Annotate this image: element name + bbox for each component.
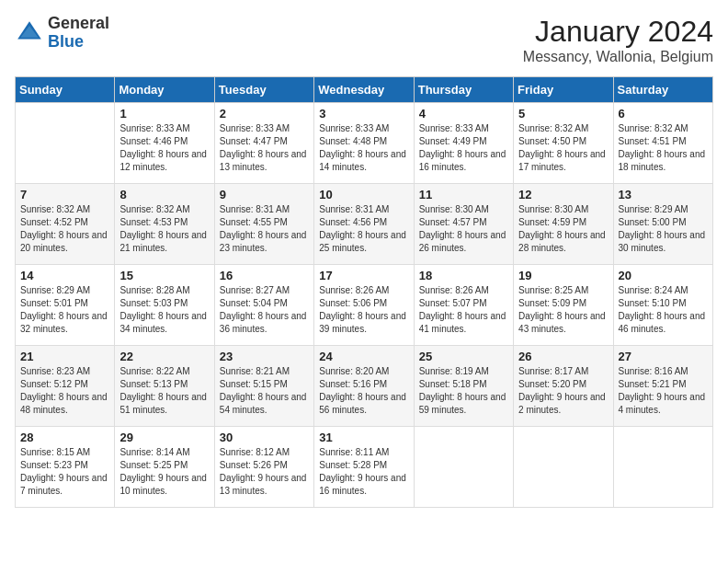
weekday-header-cell: Tuesday: [214, 77, 313, 103]
day-detail: Sunrise: 8:33 AMSunset: 4:49 PMDaylight:…: [419, 122, 508, 174]
calendar-cell: [16, 103, 115, 184]
day-detail: Sunrise: 8:29 AMSunset: 5:01 PMDaylight:…: [20, 284, 109, 336]
day-number: 2: [220, 107, 309, 121]
calendar-cell: 24Sunrise: 8:20 AMSunset: 5:16 PMDayligh…: [314, 346, 414, 427]
weekday-header-cell: Sunday: [16, 77, 115, 103]
day-number: 20: [619, 269, 708, 282]
day-number: 28: [20, 431, 109, 444]
day-detail: Sunrise: 8:19 AMSunset: 5:18 PMDaylight:…: [419, 365, 508, 417]
day-number: 3: [319, 107, 408, 121]
day-number: 31: [319, 431, 408, 444]
day-detail: Sunrise: 8:29 AMSunset: 5:00 PMDaylight:…: [619, 203, 708, 255]
header: General Blue January 2024 Messancy, Wall…: [15, 15, 713, 65]
calendar-week-row: 21Sunrise: 8:23 AMSunset: 5:12 PMDayligh…: [16, 346, 713, 427]
day-number: 22: [119, 350, 209, 363]
calendar-cell: 29Sunrise: 8:14 AMSunset: 5:25 PMDayligh…: [115, 427, 214, 508]
weekday-header-cell: Wednesday: [314, 77, 414, 103]
calendar-week-row: 1Sunrise: 8:33 AMSunset: 4:46 PMDaylight…: [16, 103, 713, 184]
day-detail: Sunrise: 8:26 AMSunset: 5:06 PMDaylight:…: [319, 284, 408, 336]
calendar-cell: [414, 427, 513, 508]
day-number: 13: [619, 188, 708, 201]
day-detail: Sunrise: 8:25 AMSunset: 5:09 PMDaylight:…: [518, 284, 608, 336]
day-detail: Sunrise: 8:33 AMSunset: 4:46 PMDaylight:…: [119, 122, 209, 174]
day-detail: Sunrise: 8:31 AMSunset: 4:56 PMDaylight:…: [319, 203, 408, 255]
calendar-cell: 16Sunrise: 8:27 AMSunset: 5:04 PMDayligh…: [214, 265, 313, 346]
calendar-cell: 17Sunrise: 8:26 AMSunset: 5:06 PMDayligh…: [314, 265, 414, 346]
weekday-header-cell: Monday: [115, 77, 214, 103]
day-detail: Sunrise: 8:21 AMSunset: 5:15 PMDaylight:…: [220, 365, 309, 417]
calendar-cell: 6Sunrise: 8:32 AMSunset: 4:51 PMDaylight…: [613, 103, 712, 184]
weekday-header-cell: Thursday: [414, 77, 513, 103]
month-title: January 2024: [523, 15, 713, 49]
day-number: 5: [518, 107, 608, 121]
day-detail: Sunrise: 8:33 AMSunset: 4:48 PMDaylight:…: [319, 122, 408, 174]
day-number: 18: [419, 269, 508, 282]
day-detail: Sunrise: 8:32 AMSunset: 4:53 PMDaylight:…: [119, 203, 209, 255]
calendar-cell: 3Sunrise: 8:33 AMSunset: 4:48 PMDaylight…: [314, 103, 414, 184]
day-number: 24: [319, 350, 408, 363]
day-number: 9: [220, 188, 309, 201]
day-detail: Sunrise: 8:12 AMSunset: 5:26 PMDaylight:…: [220, 446, 309, 498]
calendar-cell: 12Sunrise: 8:30 AMSunset: 4:59 PMDayligh…: [514, 184, 613, 265]
calendar-week-row: 28Sunrise: 8:15 AMSunset: 5:23 PMDayligh…: [16, 427, 713, 508]
day-number: 19: [518, 269, 608, 282]
logo-general-text: General: [48, 15, 109, 33]
day-number: 14: [20, 269, 109, 282]
calendar-cell: 21Sunrise: 8:23 AMSunset: 5:12 PMDayligh…: [16, 346, 115, 427]
calendar-body: 1Sunrise: 8:33 AMSunset: 4:46 PMDaylight…: [16, 103, 713, 508]
logo-text: General Blue: [48, 15, 109, 52]
calendar-week-row: 7Sunrise: 8:32 AMSunset: 4:52 PMDaylight…: [16, 184, 713, 265]
day-detail: Sunrise: 8:26 AMSunset: 5:07 PMDaylight:…: [419, 284, 508, 336]
day-number: 15: [119, 269, 209, 282]
day-detail: Sunrise: 8:32 AMSunset: 4:50 PMDaylight:…: [518, 122, 608, 174]
day-number: 6: [619, 107, 708, 121]
day-number: 21: [20, 350, 109, 363]
calendar-cell: 18Sunrise: 8:26 AMSunset: 5:07 PMDayligh…: [414, 265, 513, 346]
day-detail: Sunrise: 8:20 AMSunset: 5:16 PMDaylight:…: [319, 365, 408, 417]
day-number: 11: [419, 188, 508, 201]
day-detail: Sunrise: 8:30 AMSunset: 4:59 PMDaylight:…: [518, 203, 608, 255]
day-detail: Sunrise: 8:23 AMSunset: 5:12 PMDaylight:…: [20, 365, 109, 417]
calendar-week-row: 14Sunrise: 8:29 AMSunset: 5:01 PMDayligh…: [16, 265, 713, 346]
day-detail: Sunrise: 8:17 AMSunset: 5:20 PMDaylight:…: [518, 365, 608, 417]
calendar-cell: 9Sunrise: 8:31 AMSunset: 4:55 PMDaylight…: [214, 184, 313, 265]
calendar-cell: 14Sunrise: 8:29 AMSunset: 5:01 PMDayligh…: [16, 265, 115, 346]
calendar-cell: 8Sunrise: 8:32 AMSunset: 4:53 PMDaylight…: [115, 184, 214, 265]
day-detail: Sunrise: 8:27 AMSunset: 5:04 PMDaylight:…: [220, 284, 309, 336]
day-number: 30: [220, 431, 309, 444]
calendar-cell: 23Sunrise: 8:21 AMSunset: 5:15 PMDayligh…: [214, 346, 313, 427]
calendar-cell: 1Sunrise: 8:33 AMSunset: 4:46 PMDaylight…: [115, 103, 214, 184]
calendar-cell: 30Sunrise: 8:12 AMSunset: 5:26 PMDayligh…: [214, 427, 313, 508]
calendar-cell: [613, 427, 712, 508]
day-number: 25: [419, 350, 508, 363]
day-number: 26: [518, 350, 608, 363]
calendar-cell: 22Sunrise: 8:22 AMSunset: 5:13 PMDayligh…: [115, 346, 214, 427]
day-detail: Sunrise: 8:32 AMSunset: 4:52 PMDaylight:…: [20, 203, 109, 255]
calendar-cell: 15Sunrise: 8:28 AMSunset: 5:03 PMDayligh…: [115, 265, 214, 346]
logo: General Blue: [15, 15, 109, 52]
weekday-header-cell: Friday: [514, 77, 613, 103]
day-number: 23: [220, 350, 309, 363]
day-number: 27: [619, 350, 708, 363]
day-number: 29: [119, 431, 209, 444]
day-detail: Sunrise: 8:24 AMSunset: 5:10 PMDaylight:…: [619, 284, 708, 336]
calendar-table: SundayMondayTuesdayWednesdayThursdayFrid…: [15, 76, 713, 508]
location-title: Messancy, Wallonia, Belgium: [523, 49, 713, 65]
calendar-cell: 20Sunrise: 8:24 AMSunset: 5:10 PMDayligh…: [613, 265, 712, 346]
day-number: 16: [220, 269, 309, 282]
calendar-cell: 2Sunrise: 8:33 AMSunset: 4:47 PMDaylight…: [214, 103, 313, 184]
day-number: 17: [319, 269, 408, 282]
calendar-cell: 27Sunrise: 8:16 AMSunset: 5:21 PMDayligh…: [613, 346, 712, 427]
day-detail: Sunrise: 8:28 AMSunset: 5:03 PMDaylight:…: [119, 284, 209, 336]
day-number: 4: [419, 107, 508, 121]
day-detail: Sunrise: 8:22 AMSunset: 5:13 PMDaylight:…: [119, 365, 209, 417]
day-number: 10: [319, 188, 408, 201]
day-number: 1: [119, 107, 209, 121]
day-number: 12: [518, 188, 608, 201]
day-number: 8: [119, 188, 209, 201]
calendar-cell: 7Sunrise: 8:32 AMSunset: 4:52 PMDaylight…: [16, 184, 115, 265]
day-number: 7: [20, 188, 109, 201]
calendar-cell: 4Sunrise: 8:33 AMSunset: 4:49 PMDaylight…: [414, 103, 513, 184]
calendar-cell: 26Sunrise: 8:17 AMSunset: 5:20 PMDayligh…: [514, 346, 613, 427]
logo-icon: [15, 18, 44, 48]
